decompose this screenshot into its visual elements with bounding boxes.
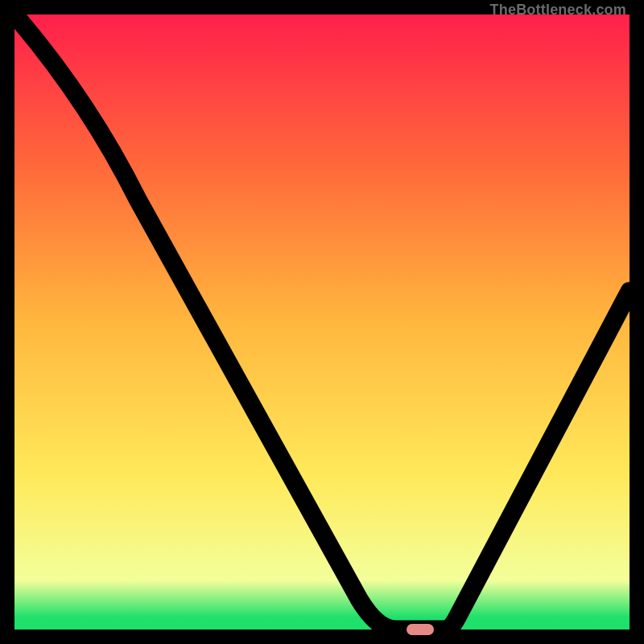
chart-frame: TheBottleneck.com [0,0,644,644]
plot-area [14,14,630,630]
bottleneck-curve [14,14,630,630]
curve-path [14,14,630,630]
optimum-marker [407,624,434,635]
